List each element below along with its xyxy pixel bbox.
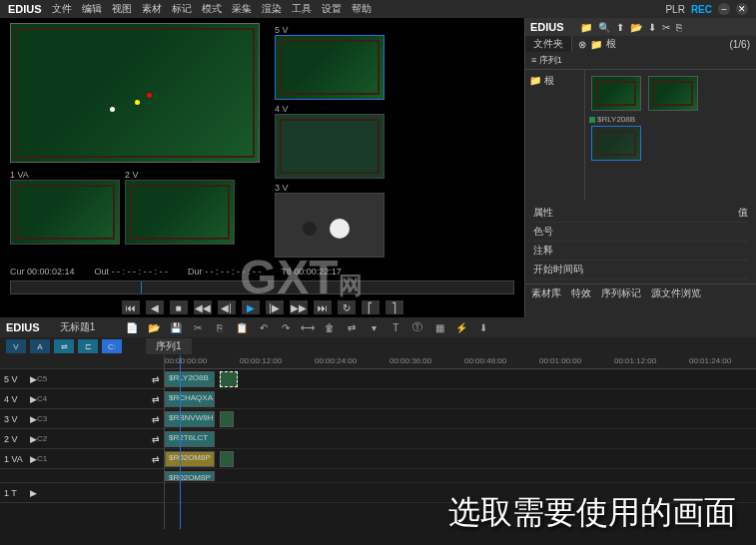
folder-icon[interactable]: 📁 [580,22,592,33]
monitor-1va[interactable] [10,180,120,245]
tab-effects[interactable]: 特效 [571,286,591,300]
tl-open-icon[interactable]: 📂 [145,319,163,335]
monitor-4v[interactable] [275,114,384,179]
stop-button[interactable]: ■ [170,300,188,314]
menu-render[interactable]: 渲染 [262,2,282,16]
clip-4v[interactable]: $RCHAQXA [165,391,215,407]
clip-3v[interactable]: $RBNVW8H [165,411,215,427]
tl-render-icon[interactable]: ⚡ [452,319,470,335]
tl-delete-icon[interactable]: 🗑 [321,319,339,335]
menu-tools[interactable]: 工具 [292,2,312,16]
up-folder-icon[interactable]: ⬆ [616,22,624,33]
tl-seq-tab[interactable]: 序列1 [146,338,192,354]
tl-marker-icon[interactable]: ▾ [365,319,382,335]
new-folder-icon[interactable]: 📂 [630,22,642,33]
tab-source-browse[interactable]: 源文件浏览 [651,286,701,300]
tl-export-icon[interactable]: ⬇ [474,319,492,335]
clip-thumb-2[interactable] [648,76,698,111]
menu-view[interactable]: 视图 [112,2,132,16]
clip-1va-thumb[interactable] [220,451,234,467]
mark-in-button[interactable]: ⎡ [362,300,379,314]
step-back-button[interactable]: ◀ [146,300,164,314]
menu-mode[interactable]: 模式 [202,2,222,16]
time-ruler[interactable]: 00:00:00:00 00:00:12:00 00:00:24:00 00:0… [165,355,756,369]
cut-icon[interactable]: ✂ [662,22,670,33]
monitor-2v[interactable] [125,180,235,245]
track-1t[interactable]: 1 T [0,488,30,498]
tl-tab-untitled[interactable]: 无标题1 [60,320,96,334]
tl-ripple-icon[interactable]: ⇄ [343,319,361,335]
menu-edit[interactable]: 编辑 [82,2,102,16]
loop-button[interactable]: ↻ [338,300,356,314]
track-5v[interactable]: 5 V [0,374,30,384]
minimize-button[interactable]: – [718,3,730,15]
clip-3v-thumb[interactable] [220,411,234,427]
mode-v[interactable]: V [6,339,26,353]
track-sync-icon[interactable]: ⇄ [152,374,160,384]
prop-comment: 注释 [533,244,553,258]
fastfwd-button[interactable]: ▶▶ [290,300,308,314]
menu-help[interactable]: 帮助 [352,2,372,16]
menu-settings[interactable]: 设置 [322,2,342,16]
tl-paste-icon[interactable]: 📋 [233,319,251,335]
rewind-button[interactable]: ◀◀ [194,300,212,314]
prop-color: 色号 [533,225,553,239]
export-icon[interactable]: ⬇ [648,22,656,33]
tab-seq-markers[interactable]: 序列标记 [601,286,641,300]
frame-back-button[interactable]: ◀| [218,300,236,314]
prop-val: 值 [738,206,748,220]
tl-copy-icon[interactable]: ⎘ [211,319,229,335]
tl-new-icon[interactable]: 📄 [123,319,141,335]
track-2v[interactable]: 2 V [0,434,30,444]
menu-capture[interactable]: 采集 [232,2,252,16]
main-monitor[interactable]: 主机位 [10,23,260,163]
plr-label: PLR [665,4,684,15]
timeline-scrubber[interactable] [10,280,514,294]
clip-1va[interactable]: $R02OM8P [165,451,215,467]
prev-clip-button[interactable]: ⏮ [122,300,140,314]
seq-label[interactable]: 序列1 [539,55,562,65]
tree-root[interactable]: 📁 根 [529,74,580,88]
clip-5v-thumb[interactable] [220,371,238,387]
tl-cut-icon[interactable]: ✂ [189,319,207,335]
tl-color-icon[interactable]: ▦ [430,319,448,335]
play-button[interactable]: ▶ [242,300,260,314]
mark-out-button[interactable]: ⎤ [385,300,403,314]
track-1va[interactable]: 1 VA [0,454,30,464]
tl-text-icon[interactable]: T [386,319,404,335]
menu-marker[interactable]: 标记 [172,2,192,16]
track-3v[interactable]: 3 V [0,414,30,424]
mode-a[interactable]: A [30,339,50,353]
monitor-5v[interactable] [275,35,384,100]
mode-insert[interactable]: ⇄ [54,339,74,353]
mode-cursor[interactable]: C: [102,339,122,353]
bin-logo: EDIUS [530,21,564,33]
tl-title-icon[interactable]: Ⓣ [408,319,426,335]
folder-tab[interactable]: 文件夹 [525,36,572,52]
next-clip-button[interactable]: ⏭ [314,300,332,314]
search-icon[interactable]: 🔍 [598,22,610,33]
menu-clip[interactable]: 素材 [142,2,162,16]
tab-library[interactable]: 素材库 [531,286,561,300]
clip-name[interactable]: $RLY208B [597,115,635,124]
tl-undo-icon[interactable]: ↶ [255,319,273,335]
clip-2v[interactable]: $R2T6LCT [165,431,215,447]
clip-thumb-1[interactable] [591,76,641,111]
monitor-3v[interactable] [275,193,384,258]
tab-close-icon[interactable]: ⊗ [578,39,586,50]
bin-root-label[interactable]: 根 [606,37,616,51]
tl-redo-icon[interactable]: ↷ [277,319,295,335]
frame-fwd-button[interactable]: |▶ [266,300,284,314]
playhead[interactable] [180,355,181,529]
monitor-2v-label: 2 V [125,170,235,180]
clip-1va-audio[interactable]: $R02OM8P [165,471,215,481]
menu-file[interactable]: 文件 [52,2,72,16]
copy-icon[interactable]: ⎘ [676,22,682,33]
track-4v[interactable]: 4 V [0,394,30,404]
tl-save-icon[interactable]: 💾 [167,319,185,335]
clip-thumb-3[interactable] [591,126,641,161]
tl-split-icon[interactable]: ⟷ [299,319,317,335]
clip-5v[interactable]: $RLY2O8B [165,371,215,387]
mode-overwrite[interactable]: ⊏ [78,339,98,353]
close-button[interactable]: ✕ [736,3,748,15]
